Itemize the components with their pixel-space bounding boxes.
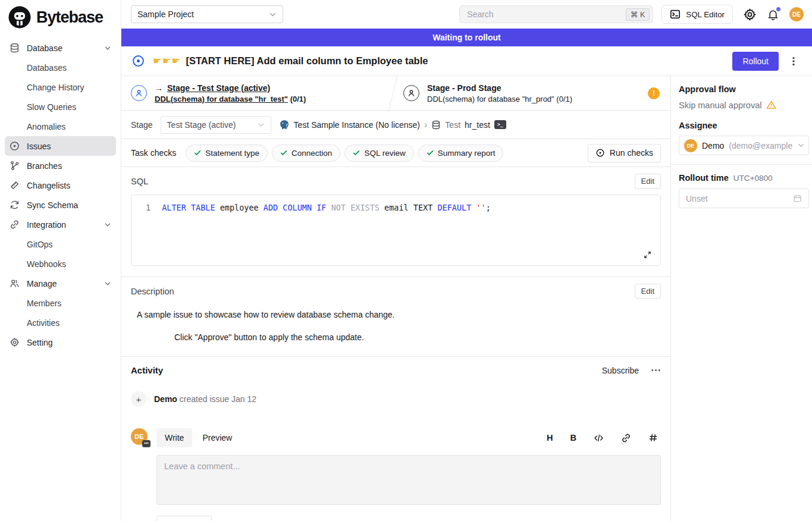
stage-task-count: (0/1)	[556, 95, 572, 103]
comment-submit-button[interactable]: Comment	[156, 516, 212, 521]
sidebar-item-gitops[interactable]: GitOps	[5, 234, 116, 254]
settings-gear-icon[interactable]	[743, 8, 757, 21]
line-number: 1	[146, 203, 151, 212]
branch-icon	[10, 161, 20, 171]
status-banner: Waiting to rollout	[121, 29, 812, 46]
description-edit-button[interactable]: Edit	[635, 284, 661, 299]
search-box[interactable]: ⌘ K	[459, 5, 653, 23]
sidebar-item-sync-schema[interactable]: Sync Schema	[5, 195, 116, 215]
sql-token: ;	[486, 203, 491, 212]
top-bar: Sample Project ⌘ K SQL Editor	[121, 0, 812, 29]
plus-icon: +	[131, 391, 146, 407]
stage-task: DDL(schema) for database "hr_test"	[155, 95, 288, 103]
link-icon	[10, 219, 20, 230]
check-pill-statement-type[interactable]: Statement type	[186, 145, 268, 162]
sidebar-item-slow-queries[interactable]: Slow Queries	[5, 97, 116, 117]
sql-section: SQL Edit 1 ALTER TABLE employee ADD COLU…	[121, 167, 670, 277]
check-pill-label: SQL review	[364, 149, 405, 158]
run-checks-label: Run checks	[610, 148, 653, 158]
heading-format-button[interactable]: H	[547, 433, 553, 442]
sql-edit-button[interactable]: Edit	[635, 174, 661, 189]
check-pill-summary-report[interactable]: Summary report	[418, 145, 504, 162]
sidebar-item-activities[interactable]: Activities	[5, 313, 116, 332]
notification-bell-icon[interactable]	[767, 8, 779, 21]
bold-format-button[interactable]: B	[570, 433, 576, 442]
assignee-avatar: DE	[684, 139, 697, 152]
stage-select[interactable]: Test Stage (active)	[161, 116, 271, 134]
calendar-icon	[793, 194, 802, 203]
gear-icon	[10, 337, 20, 347]
sidebar-item-issues[interactable]: Issues	[5, 136, 116, 156]
sidebar-item-database[interactable]: Database	[5, 38, 116, 58]
comment-input[interactable]	[156, 455, 661, 505]
sql-editor-label: SQL Editor	[686, 10, 725, 19]
activity-entry-text: Demo created issue Jan 12	[154, 394, 256, 404]
comment-avatar: DE •••	[131, 428, 148, 445]
sidebar-item-webhooks[interactable]: Webhooks	[5, 254, 116, 274]
issue-title: ☛☛☛ [START HERE] Add email column to Emp…	[153, 55, 428, 67]
sidebar-item-label: Databases	[27, 63, 67, 73]
kebab-menu-icon[interactable]	[787, 55, 800, 68]
sidebar-item-label: Sync Schema	[27, 200, 78, 210]
rollout-timezone: UTC+0800	[733, 174, 773, 183]
more-options-icon[interactable]	[651, 365, 661, 375]
assignee-select[interactable]: DE Demo (demo@example	[679, 136, 809, 155]
sidebar-item-label: Members	[27, 299, 61, 308]
rollout-time-input[interactable]: Unset	[679, 189, 809, 208]
sidebar-item-anomalies[interactable]: Anomalies	[5, 117, 116, 136]
code-format-icon[interactable]	[594, 433, 604, 443]
sidebar-item-integration[interactable]: Integration	[5, 215, 116, 234]
sidebar-item-label: Setting	[27, 338, 53, 347]
sidebar-item-changelists[interactable]: Changelists	[5, 175, 116, 195]
expand-fullscreen-icon[interactable]	[643, 250, 652, 259]
stage-name: Stage - Test Stage (active)	[167, 83, 270, 93]
sql-editor-button[interactable]: SQL Editor	[661, 5, 733, 24]
tab-preview[interactable]: Preview	[194, 428, 240, 447]
check-pill-sql-review[interactable]: SQL review	[344, 145, 413, 162]
sql-code-block[interactable]: 1 ALTER TABLE employee ADD COLUMN IF NOT…	[131, 194, 661, 266]
content-row: → Stage - Test Stage (active) DDL(schema…	[121, 76, 812, 521]
sql-section-title: SQL	[131, 177, 148, 186]
task-checks-row: Task checks Statement typeConnectionSQL …	[121, 139, 670, 167]
hash-format-icon[interactable]	[648, 433, 658, 442]
pointing-hand-emoji: ☛☛☛	[153, 55, 181, 67]
tab-write[interactable]: Write	[156, 428, 192, 447]
speech-bubble-icon: •••	[142, 440, 151, 447]
sidebar-item-label: Issues	[27, 142, 51, 151]
brand-logo[interactable]: Bytebase	[0, 0, 121, 38]
stage-prod[interactable]: Stage - Prod Stage DDL(schema) for datab…	[393, 83, 670, 103]
instance-name[interactable]: Test Sample Instance (No license)	[294, 120, 420, 130]
comment-area: DE ••• WritePreview H B	[131, 428, 661, 521]
sidebar-item-setting[interactable]: Setting	[5, 332, 116, 352]
stage-test[interactable]: → Stage - Test Stage (active) DDL(schema…	[121, 83, 393, 103]
app-root: Bytebase DatabaseDatabasesChange History…	[0, 0, 812, 521]
rollout-time-title: Rollout time	[679, 173, 729, 183]
sidebar-item-change-history[interactable]: Change History	[5, 77, 116, 97]
rollout-button[interactable]: Rollout	[732, 52, 779, 71]
user-avatar[interactable]: DE	[789, 7, 804, 21]
project-select[interactable]: Sample Project	[131, 5, 283, 23]
database-name[interactable]: hr_test	[465, 120, 490, 130]
sidebar-item-members[interactable]: Members	[5, 293, 116, 313]
subscribe-button[interactable]: Subscribe	[602, 366, 639, 375]
terminal-icon	[670, 9, 681, 20]
users-icon	[10, 278, 20, 288]
stage-pipeline: → Stage - Test Stage (active) DDL(schema…	[121, 76, 670, 111]
chevron-down-icon	[104, 45, 111, 52]
check-pill-connection[interactable]: Connection	[272, 145, 340, 162]
sidebar-item-manage[interactable]: Manage	[5, 274, 116, 293]
run-checks-button[interactable]: Run checks	[588, 144, 661, 162]
description-paragraph: A sample issue to showcase how to review…	[137, 310, 661, 319]
link-format-icon[interactable]	[621, 433, 631, 443]
search-shortcut-badge: ⌘ K	[626, 8, 650, 21]
sidebar-nav: DatabaseDatabasesChange HistorySlow Quer…	[0, 38, 121, 352]
sidebar-item-databases[interactable]: Databases	[5, 58, 116, 77]
search-input[interactable]	[467, 10, 626, 19]
left-sidebar: Bytebase DatabaseDatabasesChange History…	[0, 0, 121, 521]
sql-console-icon[interactable]: >_	[494, 120, 506, 129]
center-column: → Stage - Test Stage (active) DDL(schema…	[121, 76, 671, 521]
sidebar-item-branches[interactable]: Branches	[5, 156, 116, 175]
activity-entries: +Demo created issue Jan 12	[131, 391, 661, 407]
approval-flow-title: Approval flow	[679, 84, 809, 94]
check-pill-label: Summary report	[438, 149, 496, 158]
